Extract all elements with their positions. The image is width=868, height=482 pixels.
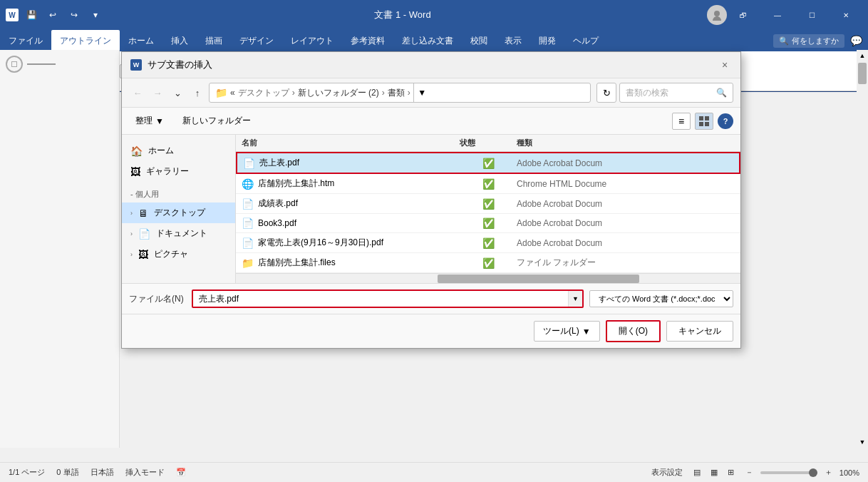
nav-home[interactable]: 🏠 ホーム <box>122 140 235 161</box>
filetype-select[interactable]: すべての Word 文書 (*.docx;*.doc <box>589 290 733 307</box>
open-button[interactable]: 開く(O) <box>606 320 661 342</box>
organize-button[interactable]: 整理 ▼ <box>129 112 170 130</box>
search-field[interactable]: 書類の検索 🔍 <box>619 83 733 103</box>
zoom-slider[interactable] <box>760 471 817 474</box>
tab-mail[interactable]: 差し込み文書 <box>393 30 462 51</box>
dialog-close-button[interactable]: × <box>718 58 732 72</box>
view-detail-button[interactable] <box>695 113 713 130</box>
file-row-0[interactable]: 📄 売上表.pdf ✅ Adobe Acrobat Docum <box>236 152 740 174</box>
breadcrumb-item-3[interactable]: 書類 <box>388 87 405 99</box>
file-row-3[interactable]: 📄 Book3.pdf ✅ Adobe Acrobat Docum <box>236 214 740 233</box>
breadcrumb-arrow-3: › <box>408 88 410 98</box>
tab-dev[interactable]: 開発 <box>530 30 564 51</box>
view-icons: ▤ ▦ ⊞ <box>690 466 738 480</box>
file-icon-3: 📄 <box>242 217 254 229</box>
vertical-scrollbar[interactable]: ▲ ▼ <box>857 50 868 448</box>
nav-home-label: ホーム <box>148 145 174 157</box>
tab-review[interactable]: 校閲 <box>462 30 496 51</box>
nav-documents[interactable]: › 📄 ドキュメント <box>122 223 235 244</box>
nav-gallery[interactable]: 🖼 ギャラリー <box>122 161 235 182</box>
zoom-thumb[interactable] <box>809 468 817 477</box>
tab-file[interactable]: ファイル <box>0 30 51 51</box>
expand-pic-icon: › <box>130 251 133 258</box>
file-area: 🏠 ホーム 🖼 ギャラリー - 個人用 › 🖥 デスクトップ › 📄 ドキュメン… <box>122 135 740 283</box>
organize-label: 整理 <box>135 115 153 127</box>
file-icon-4: 📄 <box>242 237 254 249</box>
nav-pictures[interactable]: › 🖼 ピクチャ <box>122 244 235 265</box>
nav-up-button[interactable]: ↑ <box>189 84 206 101</box>
nav-forward-button[interactable]: → <box>149 84 166 101</box>
redo-button[interactable]: ↪ <box>66 6 83 24</box>
outline-line <box>27 63 56 65</box>
breadcrumb-item-1[interactable]: « <box>230 88 235 98</box>
scroll-thumb[interactable] <box>858 63 867 84</box>
file-name-label-4: 家電売上表(9月16～9月30日).pdf <box>258 237 383 249</box>
zoom-level: 100% <box>839 468 859 477</box>
avatar[interactable] <box>707 5 727 25</box>
language: 日本語 <box>91 467 114 478</box>
undo-button[interactable]: ↩ <box>44 6 61 24</box>
tab-help[interactable]: ヘルプ <box>564 30 607 51</box>
nav-desktop[interactable]: › 🖥 デスクトップ <box>122 202 235 223</box>
nav-documents-label: ドキュメント <box>156 227 207 240</box>
nav-back-button[interactable]: ← <box>129 84 146 101</box>
svg-rect-2 <box>705 116 709 120</box>
zoom-plus-icon[interactable]: ＋ <box>825 467 832 478</box>
file-row-1[interactable]: 🌐 店舗別売上集計.htm ✅ Chrome HTML Docume <box>236 174 740 194</box>
tab-outline[interactable]: アウトライン <box>51 30 120 51</box>
view-icon-3[interactable]: ⊞ <box>724 466 738 480</box>
tab-ref[interactable]: 参考資料 <box>342 30 393 51</box>
restore-down-button[interactable]: 🗗 <box>727 0 760 30</box>
file-row-5[interactable]: 📁 店舗別売上集計.files ✅ ファイル フォルダー <box>236 253 740 273</box>
help-button[interactable]: ? <box>718 113 733 129</box>
breadcrumb-item-2[interactable]: 新しいフォルダー (2) <box>298 87 379 99</box>
minimize-button[interactable]: — <box>761 0 794 30</box>
breadcrumb-folder-icon: 📁 <box>215 87 227 98</box>
save-button[interactable]: 💾 <box>23 6 40 24</box>
customize-button[interactable]: ▾ <box>87 6 104 24</box>
tools-button[interactable]: ツール(L) ▼ <box>534 321 600 342</box>
file-name-label-5: 店舗別売上集計.files <box>258 257 336 269</box>
view-list-button[interactable]: ≡ <box>672 113 691 130</box>
h-scroll-thumb[interactable] <box>438 275 639 283</box>
breadcrumb-dropdown-button[interactable]: ▼ <box>413 83 430 103</box>
status-icon-0: ✅ <box>482 158 495 169</box>
tab-design[interactable]: デザイン <box>231 30 282 51</box>
file-status-3: ✅ <box>460 217 517 229</box>
tab-home[interactable]: ホーム <box>120 30 162 51</box>
file-row-4[interactable]: 📄 家電売上表(9月16～9月30日).pdf ✅ Adobe Acrobat … <box>236 233 740 253</box>
file-icon-2: 📄 <box>242 198 254 210</box>
cancel-button[interactable]: キャンセル <box>666 321 733 342</box>
tab-view[interactable]: 表示 <box>496 30 530 51</box>
file-name-2: 📄 成績表.pdf <box>242 198 460 210</box>
horizontal-scrollbar[interactable] <box>236 273 740 283</box>
tools-arrow-icon: ▼ <box>582 327 591 337</box>
filename-dropdown-button[interactable]: ▼ <box>568 291 582 307</box>
view-icon-1[interactable]: ▤ <box>690 466 704 480</box>
file-name-3: 📄 Book3.pdf <box>242 217 460 229</box>
zoom-minus-icon[interactable]: － <box>745 467 753 478</box>
filename-input[interactable] <box>193 291 582 307</box>
ribbon-tabs: ファイル アウトライン ホーム 挿入 描画 デザイン レイアウト 参考資料 差し… <box>0 30 868 51</box>
action-bar: ツール(L) ▼ 開く(O) キャンセル <box>122 314 740 348</box>
gallery-icon: 🖼 <box>130 166 140 178</box>
close-button[interactable]: ✕ <box>830 0 862 30</box>
breadcrumb-sep-1: デスクトップ <box>238 87 289 99</box>
view-icon-2[interactable]: ▦ <box>707 466 721 480</box>
maximize-button[interactable]: ☐ <box>795 0 828 30</box>
file-row-2[interactable]: 📄 成績表.pdf ✅ Adobe Acrobat Docum <box>236 194 740 214</box>
scroll-up-button[interactable]: ▲ <box>857 50 868 61</box>
tab-insert[interactable]: 挿入 <box>162 30 197 51</box>
comment-icon[interactable]: 💬 <box>850 35 862 46</box>
scroll-down-button[interactable]: ▼ <box>857 436 868 448</box>
nav-pictures-label: ピクチャ <box>154 248 188 260</box>
nav-section-label: - 個人用 <box>130 189 159 200</box>
search-box[interactable]: 🔍 何をしますか <box>773 34 844 48</box>
new-folder-button[interactable]: 新しいフォルダー <box>176 112 257 130</box>
refresh-button[interactable]: ↻ <box>596 83 616 103</box>
nav-down-button[interactable]: ⌄ <box>169 84 186 101</box>
nav-panel: 🏠 ホーム 🖼 ギャラリー - 個人用 › 🖥 デスクトップ › 📄 ドキュメン… <box>122 135 236 283</box>
tab-layout[interactable]: レイアウト <box>282 30 342 51</box>
tab-draw[interactable]: 描画 <box>197 30 231 51</box>
col-status: 状態 <box>460 138 517 148</box>
